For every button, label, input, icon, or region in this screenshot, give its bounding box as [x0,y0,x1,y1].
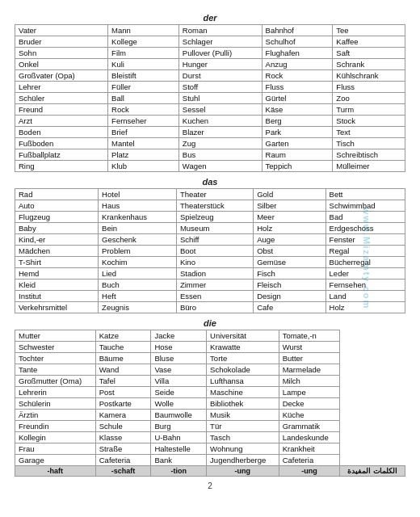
table-cell: Rock [108,104,179,116]
table-row: GarageCafeteriaBankJugendherbergeCafeter… [15,455,405,466]
footer-cell: -tion [151,466,207,477]
table-row: FußbodenMantelZugGartenTisch [15,138,405,149]
table-row: RadHotelTheaterGoldBett [15,189,405,200]
table-row: FreundinSchuleBurgTürGrammatik [15,421,405,432]
table-cell: Bus [178,149,262,161]
table-cell: Bein [99,223,177,234]
table-cell: Heft [99,291,177,302]
table-cell: Film [108,48,179,59]
table-cell: Schüler [15,93,108,104]
page: www.Mizamty.com der VaterMannRomanBahnho… [0,0,420,517]
table-cell: Jacke [151,330,207,342]
table-cell: Baumwolle [151,410,207,421]
footer-cell: -ung [279,466,340,477]
table-cell: Obst [254,246,326,257]
table-cell: Bleistift [108,70,179,82]
table-cell: Lufthansa [207,376,279,387]
table-row: FreundRockSesselKäseTurm [15,104,405,116]
table-cell: Klub [108,161,179,172]
table-row: OnkelKuliHungerAnzugSchrank [15,59,405,70]
table-cell: Auge [254,234,326,246]
table-cell: Hunger [178,59,262,70]
table-cell: Schwester [15,342,96,353]
table-cell: Leder [326,268,405,280]
table-row: Großvater (Opa)BleistiftDurstRockKühlsch… [15,70,405,82]
table-row: TanteWandVaseSchokoladeMarmelade [15,364,405,376]
table-cell: Straße [95,443,151,455]
table-cell: Decke [279,398,340,410]
table-cell: Mülleimer [333,161,405,172]
table-cell: Wohnung [207,443,279,455]
table-cell: Fußboden [15,138,108,149]
table-cell: Bahnhof [262,25,333,36]
table-row: LehrerFüllerStoffFlussFluss [15,82,405,93]
table-row: MutterKatzeJackeUniversitätTomate,-n [15,330,405,342]
table-cell: Auto [15,200,99,212]
table-cell: Onkel [15,59,108,70]
table-row: ÄrztinKameraBaumwolleMusikKüche [15,410,405,421]
table-cell: Wolle [151,398,207,410]
table-cell: Kino [176,257,253,268]
table-cell: Büro [176,302,253,313]
table-cell: Kollege [108,36,179,48]
table-cell: Fußballplatz [15,149,108,161]
table-cell: Kaffee [333,36,405,48]
table-cell: Teppich [262,161,333,172]
table-cell: Mädchen [15,246,99,257]
table-cell: Lied [99,268,177,280]
table-cell: Bruder [15,36,108,48]
table-cell: Gold [254,189,326,200]
table-cell: Fenster [326,234,405,246]
table-cell: Seide [151,387,207,398]
table-cell: Institut [15,291,99,302]
table-cell: Problem [99,246,177,257]
table-cell: Mantel [108,138,179,149]
table-cell: Schulhof [262,36,333,48]
table-cell: Lehrerin [15,387,96,398]
table-row: LehrerinPostSeideMaschineLampe [15,387,405,398]
table-cell: Land [326,291,405,302]
table-row: Großmutter (Oma)TafelVillaLufthansaMilch [15,376,405,387]
table-cell: Kühlschrank [333,70,405,82]
table-cell: Käse [262,104,333,116]
table-row: InstitutHeftEssenDesignLand [15,291,405,302]
table-cell: Schwimmbad [326,200,405,212]
table-cell: Boden [15,127,108,138]
table-cell: Rad [15,189,99,200]
table-cell: Rock [262,70,333,82]
table-cell: Holz [326,302,405,313]
table-cell: Lehrer [15,82,108,93]
table-cell: Krankheit [279,443,340,455]
table-cell: Tasch [207,432,279,443]
table-cell: Schülerin [15,398,96,410]
table-cell: Mann [108,25,179,36]
table-cell: Haus [99,200,177,212]
table-cell: Turm [333,104,405,116]
table-cell: Butter [279,353,340,364]
table-cell: Fluss [333,82,405,93]
table-row: MädchenProblemBootObstRegal [15,246,405,257]
table-cell: Essen [176,291,253,302]
table-cell: Schrank [333,59,405,70]
table-row: SohnFilmPullover (Pulli)FlughafenSaft [15,48,405,59]
table-cell: Tafel [95,376,151,387]
table-cell: Berg [262,116,333,127]
table-cell: Mutter [15,330,96,342]
table-cell: Flugzeug [15,212,99,223]
table-cell: Erdgeschoss [326,223,405,234]
table-cell: Gürtel [262,93,333,104]
table-cell: Zimmer [176,280,253,291]
table-cell: Fluss [262,82,333,93]
der-table: VaterMannRomanBahnhofTeeBruderKollegeSch… [15,24,405,172]
footer-cell: -haft [15,466,96,477]
table-row: BodenBriefBlazerParkText [15,127,405,138]
table-cell: Kuli [108,59,179,70]
page-number: 2 [15,481,405,490]
table-cell: Cafeteria [95,455,151,466]
table-cell: Kollegin [15,432,96,443]
table-cell: Post [95,387,151,398]
table-row: AutoHausTheaterstückSilberSchwimmbad [15,200,405,212]
das-table: RadHotelTheaterGoldBettAutoHausTheaterst… [15,188,405,313]
table-cell: Hose [151,342,207,353]
table-cell: Park [262,127,333,138]
